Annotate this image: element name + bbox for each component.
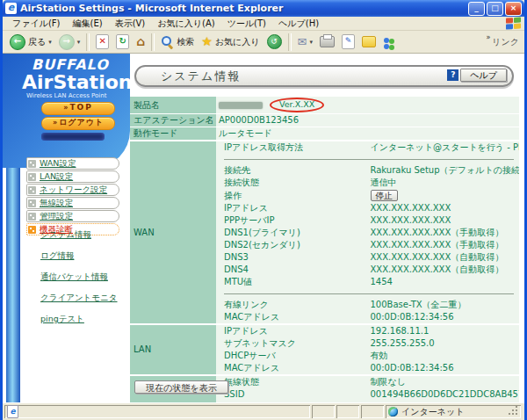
- back-dropdown-icon[interactable]: ▾: [48, 39, 52, 46]
- sidebar-menu: WAN設定 LAN設定 ネットワーク設定 無線設定 管理設定 機器診断: [26, 157, 119, 236]
- sublink-client-monitor[interactable]: クライアントモニタ: [40, 293, 118, 304]
- home-button[interactable]: ⌂: [133, 33, 148, 52]
- sidebar-brand-panel: BUFFALO AirStation Wireless LAN Access P…: [3, 54, 130, 168]
- sublink-log-info[interactable]: ログ情報: [40, 250, 118, 262]
- chevron-expand-icon[interactable]: »: [486, 33, 490, 41]
- back-icon: ←: [10, 34, 25, 50]
- sidebar-item-wireless[interactable]: 無線設定: [26, 197, 119, 209]
- back-button[interactable]: ← 戻る ▾: [6, 33, 55, 52]
- forward-button[interactable]: → ▾: [55, 33, 84, 52]
- airstation-logo: AirStation: [22, 71, 132, 93]
- row-value: 1454: [368, 276, 520, 288]
- row-label: 接続先: [216, 164, 368, 177]
- row-label: IPアドレス: [216, 324, 368, 337]
- redacted-model-name: [41, 133, 105, 141]
- sublink-system-info[interactable]: システム情報: [40, 229, 118, 241]
- sidebar-item-label: ネットワーク設定: [40, 185, 107, 196]
- menu-bullet-icon: [28, 226, 36, 234]
- sidebar-item-lan[interactable]: LAN設定: [26, 170, 119, 183]
- edit-button[interactable]: ✎: [338, 33, 358, 52]
- close-button[interactable]: ×: [505, 2, 522, 16]
- row-label: DNS3: [216, 251, 368, 264]
- version-annotation-circle: Ver.X.XX: [270, 98, 324, 112]
- favorites-button[interactable]: ★ お気に入り: [198, 33, 263, 52]
- discuss-button[interactable]: [358, 33, 379, 52]
- minimize-button[interactable]: _: [468, 2, 485, 16]
- show-current-status-button[interactable]: 現在の状態を表示: [134, 380, 228, 394]
- row-value: XXX.XXX.XXX.XXX: [368, 202, 520, 214]
- logout-button[interactable]: »ログアウト: [41, 117, 115, 130]
- redacted-product-name: [219, 102, 263, 109]
- browser-window: e AirStation Settings - Microsoft Intern…: [0, 0, 527, 420]
- sidebar-item-network[interactable]: ネットワーク設定: [26, 184, 119, 196]
- sidebar-item-wan[interactable]: WAN設定: [26, 157, 119, 170]
- sidebar-item-label: 無線設定: [40, 198, 73, 209]
- divider-line: [224, 159, 514, 160]
- row-value: 有効: [368, 350, 520, 362]
- row-label: 無線状態: [216, 375, 368, 388]
- row-value: 制限なし: [368, 375, 520, 388]
- maximize-button[interactable]: □: [487, 2, 503, 16]
- forward-dropdown-icon[interactable]: ▾: [77, 39, 81, 46]
- row-label: 操作: [216, 189, 368, 202]
- menu-help[interactable]: ヘルプ(H): [272, 18, 325, 30]
- row-label: DNS1(プライマリ): [216, 227, 368, 239]
- row-value: 通信中: [368, 177, 520, 189]
- status-zone-pane: インターネット: [386, 405, 521, 418]
- menu-favorites[interactable]: お気に入り(A): [151, 18, 220, 30]
- sidebar-item-label: 管理設定: [40, 211, 73, 222]
- sidebar: BUFFALO AirStation Wireless LAN Access P…: [3, 54, 130, 402]
- table-row: 製品名 Ver.X.XX: [130, 97, 519, 114]
- mail-dropdown-icon[interactable]: ▾: [309, 39, 313, 46]
- row-value: 停止: [368, 189, 520, 202]
- help-area: ? ヘルプ: [447, 69, 507, 82]
- sidebar-item-admin[interactable]: 管理設定: [26, 210, 119, 222]
- resize-grip[interactable]: [508, 407, 518, 417]
- help-button[interactable]: ヘルプ: [460, 69, 507, 82]
- favorites-star-icon: ★: [201, 35, 213, 48]
- row-value: XXX.XXX.XXX.XXX: [368, 214, 520, 227]
- mail-button[interactable]: ✉ ▾: [294, 33, 316, 52]
- favorites-label: お気に入り: [215, 36, 260, 48]
- mail-icon: ✉: [298, 35, 307, 48]
- row-label: 動作モード: [130, 127, 216, 141]
- menu-view[interactable]: 表示(V): [109, 18, 152, 30]
- back-label: 戻る: [28, 36, 46, 48]
- menu-bullet-icon: [28, 173, 36, 181]
- sublink-ping-test[interactable]: pingテスト: [40, 314, 118, 325]
- history-button[interactable]: ↺: [264, 33, 285, 52]
- row-label: SSID: [216, 388, 368, 401]
- forward-icon: →: [59, 34, 75, 50]
- sublink-packet-info[interactable]: 通信パケット情報: [40, 272, 118, 283]
- row-label: DHCPサーバ: [216, 350, 368, 362]
- table-row: LAN IPアドレス 192.168.11.1: [130, 324, 519, 337]
- refresh-icon: ↻: [116, 34, 129, 49]
- row-label: セキュリティ: [216, 401, 368, 402]
- stop-connection-button[interactable]: 停止: [371, 190, 398, 201]
- main-content: システム情報 ? ヘルプ 製品名 Ver.X.XX エアステーション名 AP00…: [130, 54, 524, 402]
- stop-button[interactable]: ✕: [92, 33, 112, 52]
- menu-tools[interactable]: ツール(T): [221, 18, 272, 30]
- search-label: 検索: [177, 36, 194, 48]
- row-value: XXX.XXX.XXX.XXX（手動取得）: [368, 239, 520, 251]
- row-label: IPアドレス: [216, 202, 368, 214]
- page-viewport: BUFFALO AirStation Wireless LAN Access P…: [3, 54, 524, 402]
- messenger-button[interactable]: [379, 33, 400, 52]
- sidebar-submenu: システム情報 ログ情報 通信パケット情報 クライアントモニタ pingテスト: [40, 229, 118, 335]
- menu-edit[interactable]: 編集(E): [67, 18, 109, 30]
- top-button[interactable]: »TOP: [41, 102, 115, 115]
- system-info-table: 製品名 Ver.X.XX エアステーション名 AP000D0B123456 動作…: [130, 97, 519, 402]
- menu-file[interactable]: ファイル(F): [6, 18, 67, 30]
- row-value: インターネット@スタートを行う - PPPoE接続: [368, 141, 520, 154]
- windows-logo-icon: [506, 17, 522, 29]
- links-label: リンク: [492, 36, 519, 48]
- refresh-button[interactable]: ↻: [112, 33, 133, 52]
- row-label: サブネットマスク: [216, 337, 368, 350]
- page-title-bar: システム情報 ? ヘルプ: [134, 65, 514, 87]
- links-bar[interactable]: » リンク: [486, 36, 521, 48]
- row-value: 100Base-TX（全二重）: [368, 299, 520, 311]
- table-row: エアステーション名 AP000D0B123456: [130, 114, 519, 127]
- row-value: Rakuraku Setup（デフォルトの接続先）: [368, 164, 520, 177]
- search-button[interactable]: 検索: [157, 33, 198, 52]
- print-button[interactable]: [316, 33, 338, 52]
